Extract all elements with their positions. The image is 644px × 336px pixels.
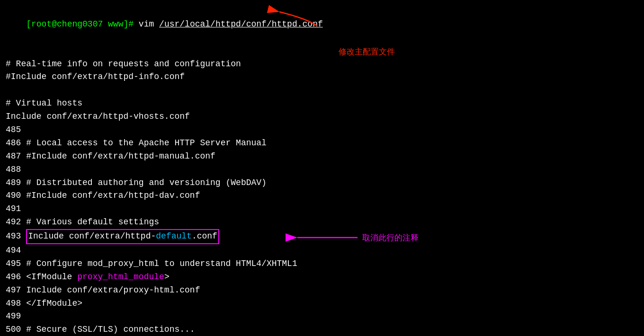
line-499: 499 <box>6 310 638 323</box>
line-492: 492 # Various default settings <box>6 216 638 229</box>
line-491: 491 <box>6 203 638 216</box>
line-497: 497 Include conf/extra/proxy-html.conf <box>6 284 638 297</box>
line-494: 494 <box>6 244 638 257</box>
line-489: 489 # Distributed authoring and versioni… <box>6 177 638 190</box>
line-493: 493 Include conf/extra/httpd-default.con… <box>6 229 638 244</box>
line-include-vhosts: Include conf/extra/httpd-vhosts.conf <box>6 110 638 124</box>
line-490: 490 #Include conf/extra/httpd-dav.conf <box>6 189 638 203</box>
highlighted-content: Include conf/extra/httpd-default.conf <box>26 229 219 244</box>
line-498: 498 </IfModule> <box>6 297 638 310</box>
line-485: 485 <box>6 124 638 137</box>
line-500: 500 # Secure (SSL/TLS) connections... <box>6 323 638 336</box>
line-blank-1 <box>6 44 638 58</box>
command-line: [root@cheng0307 www]# vim /usr/local/htt… <box>6 5 638 44</box>
line-include-info: #Include conf/extra/httpd-info.conf <box>6 71 638 84</box>
command: vim /usr/local/httpd/conf/httpd.conf <box>134 19 323 29</box>
line-blank-2 <box>6 84 638 97</box>
line-realtime: # Real-time info on requests and configu… <box>6 58 638 71</box>
line-495: 495 # Configure mod_proxy_html to unders… <box>6 257 638 271</box>
line-488: 488 <box>6 163 638 177</box>
line-496: 496 <IfModule proxy_html_module> <box>6 271 638 284</box>
line-486: 486 # Local access to the Apache HTTP Se… <box>6 137 638 150</box>
prompt: [root@cheng0307 www]# <box>26 19 134 29</box>
terminal: [root@cheng0307 www]# vim /usr/local/htt… <box>0 0 644 336</box>
line-virtual-hosts-comment: # Virtual hosts <box>6 97 638 110</box>
line-487: 487 #Include conf/extra/httpd-manual.con… <box>6 150 638 163</box>
